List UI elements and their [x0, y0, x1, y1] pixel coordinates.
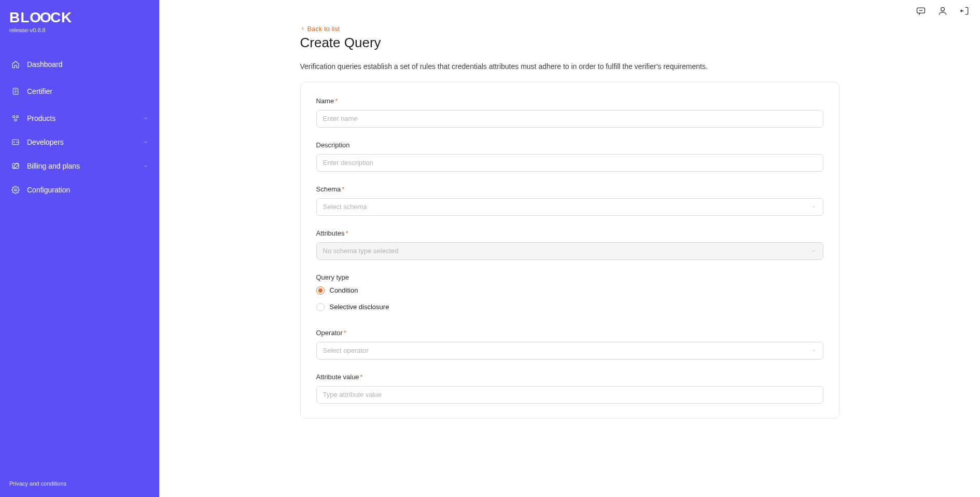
- brand-logo: BLOOCK: [9, 9, 150, 26]
- field-schema: Schema* Select schema: [316, 185, 823, 216]
- page-description: Verification queries establish a set of …: [300, 62, 839, 71]
- schema-select[interactable]: Select schema: [316, 198, 823, 216]
- chevron-down-icon: [811, 348, 817, 353]
- svg-point-2: [16, 116, 18, 118]
- sidebar-item-developers[interactable]: Developers: [0, 133, 159, 151]
- svg-point-8: [941, 7, 945, 11]
- sidebar-item-label: Billing and plans: [27, 162, 142, 170]
- required-marker: *: [345, 229, 348, 237]
- name-label: Name*: [316, 97, 823, 105]
- field-operator: Operator* Select operator: [316, 329, 823, 360]
- logout-icon[interactable]: [959, 6, 970, 16]
- release-version: release-v0.8.8: [9, 27, 150, 33]
- field-attributes: Attributes* No schema type selected: [316, 229, 823, 260]
- sidebar-item-certifier[interactable]: Certifier: [0, 82, 159, 101]
- brand: BLOOCK release-v0.8.8: [0, 9, 159, 40]
- sidebar-item-billing[interactable]: Billing and plans: [0, 157, 159, 175]
- gear-icon: [9, 186, 22, 194]
- page-title: Create Query: [300, 35, 839, 51]
- user-icon[interactable]: [937, 6, 948, 16]
- sidebar-item-dashboard[interactable]: Dashboard: [0, 55, 159, 74]
- query-type-label: Query type: [316, 273, 823, 281]
- operator-select[interactable]: Select operator: [316, 342, 823, 360]
- description-input[interactable]: [316, 154, 823, 172]
- chat-icon[interactable]: [916, 6, 926, 16]
- required-marker: *: [360, 373, 363, 381]
- back-to-list-link[interactable]: Back to list: [300, 25, 340, 33]
- required-marker: *: [335, 97, 338, 105]
- radio-condition[interactable]: Condition: [316, 286, 823, 295]
- attributes-label: Attributes*: [316, 229, 823, 237]
- attributes-placeholder: No schema type selected: [323, 247, 399, 255]
- edit-icon: [9, 162, 22, 170]
- query-type-radio-group: Condition Selective disclosure: [316, 286, 823, 311]
- field-attribute-value: Attribute value*: [316, 373, 823, 404]
- radio-label: Selective disclosure: [330, 303, 389, 311]
- attributes-select: No schema type selected: [316, 242, 823, 260]
- svg-point-3: [15, 119, 17, 121]
- code-icon: [9, 138, 22, 146]
- svg-point-1: [13, 116, 15, 118]
- field-name: Name*: [316, 97, 823, 128]
- radio-icon: [316, 303, 325, 311]
- sidebar: BLOOCK release-v0.8.8 Dashboard Certifie…: [0, 0, 159, 497]
- form-card: Name* Description Schema* Select schema: [300, 82, 839, 419]
- operator-placeholder: Select operator: [323, 347, 369, 354]
- radio-label: Condition: [330, 286, 358, 294]
- chevron-down-icon: [142, 138, 150, 146]
- chevron-down-icon: [811, 248, 817, 254]
- sidebar-item-label: Certifier: [27, 87, 150, 95]
- description-label: Description: [316, 141, 823, 149]
- required-marker: *: [342, 185, 344, 193]
- sidebar-item-label: Dashboard: [27, 60, 150, 68]
- required-marker: *: [344, 329, 346, 337]
- attribute-value-label: Attribute value*: [316, 373, 823, 381]
- field-description: Description: [316, 141, 823, 172]
- chevron-down-icon: [142, 162, 150, 170]
- products-icon: [9, 114, 22, 122]
- sidebar-item-label: Configuration: [27, 186, 150, 194]
- chevron-down-icon: [811, 204, 817, 210]
- sidebar-item-label: Developers: [27, 138, 142, 146]
- sidebar-footer-link[interactable]: Privacy and conditions: [0, 480, 159, 492]
- operator-label: Operator*: [316, 329, 823, 337]
- chevron-down-icon: [142, 114, 150, 122]
- sidebar-item-configuration[interactable]: Configuration: [0, 181, 159, 199]
- field-query-type: Query type Condition Selective disclosur…: [316, 273, 823, 311]
- sidebar-nav: Dashboard Certifier Products Developers: [0, 55, 159, 480]
- main: Back to list Create Query Verification q…: [159, 0, 980, 497]
- schema-placeholder: Select schema: [323, 203, 367, 211]
- schema-label: Schema*: [316, 185, 823, 193]
- sidebar-item-label: Products: [27, 114, 142, 122]
- svg-point-6: [15, 189, 17, 191]
- document-icon: [9, 87, 22, 95]
- svg-rect-4: [12, 140, 19, 144]
- content: Back to list Create Query Verification q…: [159, 22, 980, 497]
- sidebar-item-products[interactable]: Products: [0, 109, 159, 128]
- attribute-value-input[interactable]: [316, 386, 823, 404]
- back-label: Back to list: [307, 25, 340, 33]
- chevron-left-icon: [300, 26, 305, 31]
- radio-selective-disclosure[interactable]: Selective disclosure: [316, 303, 823, 311]
- home-icon: [9, 60, 22, 68]
- radio-icon: [316, 286, 325, 295]
- topbar: [159, 0, 980, 22]
- name-input[interactable]: [316, 110, 823, 128]
